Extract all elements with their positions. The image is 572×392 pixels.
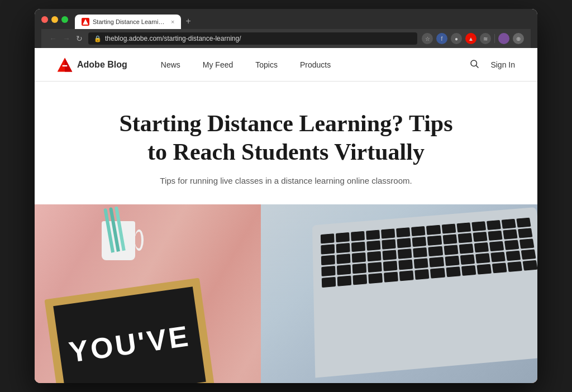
keyboard-key	[430, 267, 445, 278]
keyboard-key	[366, 230, 380, 240]
close-button[interactable]	[41, 16, 48, 23]
keyboard-key	[337, 264, 351, 275]
extension-icon-1[interactable]: ●	[451, 33, 462, 44]
keyboard-key	[353, 274, 368, 285]
hero-section: Starting Distance Learning? Tips to Reac…	[35, 82, 537, 204]
new-tab-button[interactable]: +	[181, 17, 195, 29]
extension-icon-3[interactable]: ≋	[480, 33, 491, 44]
laptop-element	[312, 207, 537, 378]
keyboard-key	[522, 260, 537, 270]
keyboard-key	[399, 259, 413, 270]
tab-bar: Starting Distance Learning? Tips... × +	[75, 15, 196, 29]
user-avatar[interactable]	[498, 33, 509, 44]
adobe-logo-icon	[57, 57, 73, 73]
keyboard-key	[367, 251, 382, 261]
nav-item-news[interactable]: News	[150, 48, 192, 82]
search-button[interactable]	[467, 56, 482, 73]
tab-favicon-icon	[82, 18, 89, 26]
keyboard-key	[456, 222, 471, 232]
keyboard-key	[413, 247, 428, 258]
keyboard-key	[428, 246, 443, 256]
svg-point-4	[471, 60, 477, 66]
keyboard-key	[352, 263, 367, 274]
keyboard-key	[518, 228, 532, 238]
website-content: Adobe Blog News My Feed Topics Products …	[35, 48, 537, 383]
keyboard-key	[444, 245, 458, 255]
keyboard-key	[460, 254, 474, 265]
keyboard-key	[336, 232, 350, 242]
keyboard-key	[415, 269, 430, 280]
back-button[interactable]: ←	[48, 33, 58, 44]
keyboard-key	[461, 265, 476, 276]
tab-title: Starting Distance Learning? Tips...	[93, 18, 165, 25]
keyboard-key	[411, 226, 426, 236]
nav-item-products[interactable]: Products	[289, 48, 342, 82]
nav-buttons: ← → ↻	[48, 33, 84, 44]
svg-line-5	[476, 65, 479, 68]
nav-actions: Sign In	[467, 56, 515, 73]
tab-close-button[interactable]: ×	[171, 18, 174, 25]
keyboard-key	[488, 230, 502, 240]
keyboard-key	[507, 261, 522, 272]
keyboard-key	[489, 241, 504, 251]
keyboard-key	[384, 271, 398, 282]
keyboard-key	[492, 262, 507, 273]
keyboard-key	[368, 262, 382, 273]
keyboard-key	[396, 227, 410, 237]
keyboard-key	[503, 229, 517, 239]
article-subtitle: Tips for running live classes in a dista…	[152, 175, 420, 188]
site-logo-text: Adobe Blog	[77, 60, 127, 70]
keyboard-key	[352, 252, 366, 263]
keyboard-key	[445, 255, 459, 266]
hero-image-scene: YOU'VE	[35, 204, 537, 383]
keyboard-key	[446, 266, 460, 277]
letter-board-text: YOU'VE	[67, 319, 193, 369]
hero-image: YOU'VE	[35, 204, 537, 383]
url-bar[interactable]: 🔒 theblog.adobe.com/starting-distance-le…	[88, 32, 417, 45]
keyboard-key	[490, 252, 506, 262]
keyboard-key	[474, 242, 488, 252]
keyboard-key	[383, 250, 397, 260]
keyboard-key	[471, 221, 486, 231]
keyboard-key	[321, 244, 335, 255]
keyboard-key	[501, 219, 516, 229]
keyboard-key	[321, 233, 335, 243]
maximize-button[interactable]	[61, 16, 68, 23]
extension-icon-2[interactable]: ▲	[465, 33, 476, 44]
svg-marker-0	[83, 19, 88, 25]
refresh-button[interactable]: ↻	[75, 33, 84, 44]
keyboard-key	[473, 232, 487, 242]
nav-item-myfeed[interactable]: My Feed	[192, 48, 244, 82]
keyboard-grid	[312, 207, 537, 299]
facebook-icon[interactable]: f	[436, 33, 447, 44]
keyboard-key	[382, 239, 396, 249]
keyboard-key	[321, 266, 335, 276]
keyboard-key	[412, 236, 427, 246]
keyboard-key	[516, 217, 531, 227]
keyboard-key	[459, 243, 473, 254]
keyboard-key	[504, 240, 519, 250]
browser-window: Starting Distance Learning? Tips... × + …	[35, 9, 537, 383]
keyboard-key	[414, 258, 428, 269]
keyboard-key	[457, 233, 472, 243]
forward-button[interactable]: →	[61, 33, 72, 44]
site-logo[interactable]: Adobe Blog	[57, 57, 127, 73]
keyboard-key	[336, 254, 350, 264]
svg-marker-2	[65, 58, 72, 71]
bookmark-icon[interactable]: ☆	[422, 33, 433, 44]
minimize-button[interactable]	[51, 16, 58, 23]
keyboard-key	[366, 240, 380, 250]
keyboard-key	[336, 243, 350, 254]
sign-in-button[interactable]: Sign In	[490, 60, 515, 69]
article-title: Starting Distance Learning? Tips to Reac…	[118, 109, 454, 166]
browser-tab[interactable]: Starting Distance Learning? Tips... ×	[75, 15, 181, 29]
keyboard-key	[351, 241, 365, 251]
profile-icon[interactable]: ⊕	[513, 33, 524, 44]
nav-item-topics[interactable]: Topics	[244, 48, 289, 82]
browser-chrome: Starting Distance Learning? Tips... × + …	[35, 9, 537, 48]
url-text: theblog.adobe.com/starting-distance-lear…	[105, 35, 412, 42]
keyboard-key	[337, 275, 352, 286]
keyboard-key	[519, 238, 535, 248]
keyboard-key	[427, 235, 442, 245]
keyboard-key	[399, 270, 414, 281]
